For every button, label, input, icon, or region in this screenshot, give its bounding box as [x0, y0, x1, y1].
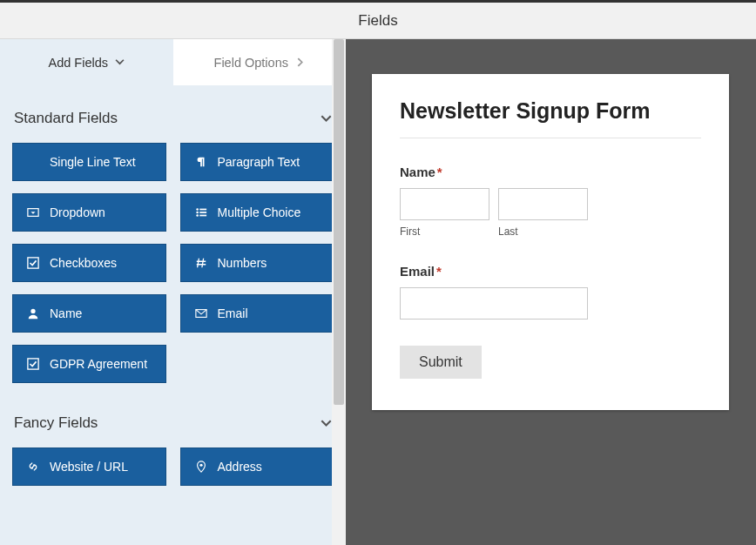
- field-gdpr-agreement[interactable]: GDPR Agreement: [12, 345, 166, 383]
- email-input[interactable]: [400, 287, 588, 320]
- field-checkboxes[interactable]: Checkboxes: [12, 244, 166, 282]
- svg-rect-4: [199, 209, 206, 211]
- last-name-input[interactable]: [498, 188, 588, 220]
- divider: [400, 138, 701, 138]
- field-row-email[interactable]: Email*: [400, 264, 701, 320]
- field-label: Multiple Choice: [218, 205, 301, 219]
- svg-point-3: [196, 214, 199, 217]
- workspace: Add Fields Field Options Standard Fields…: [0, 39, 756, 545]
- envelope-icon: [195, 307, 207, 320]
- chevron-right-icon: [295, 57, 305, 67]
- required-mark: *: [437, 165, 442, 179]
- chevron-down-icon: [321, 113, 332, 124]
- field-label: Dropdown: [50, 205, 105, 219]
- left-panel: Add Fields Field Options Standard Fields…: [0, 39, 346, 545]
- field-single-line-text[interactable]: Single Line Text: [12, 143, 166, 181]
- field-numbers[interactable]: Numbers: [180, 244, 334, 282]
- section-standard-title: Standard Fields: [14, 110, 118, 127]
- first-name-input[interactable]: [400, 188, 489, 220]
- dropdown-icon: [27, 206, 39, 219]
- field-row-name[interactable]: Name* First Last: [400, 165, 701, 238]
- field-label: Website / URL: [50, 460, 128, 474]
- window-title: Fields: [0, 3, 756, 39]
- field-label: Address: [218, 460, 262, 474]
- section-standard-header[interactable]: Standard Fields: [12, 85, 334, 143]
- section-fancy: Fancy Fields Website / URL Address: [0, 390, 346, 493]
- chevron-down-icon: [321, 418, 332, 429]
- hash-icon: [195, 257, 207, 269]
- name-label: Name*: [400, 165, 701, 179]
- user-icon: [27, 307, 39, 320]
- field-name[interactable]: Name: [12, 294, 166, 333]
- scrollbar-thumb[interactable]: [334, 39, 344, 405]
- name-label-text: Name: [400, 165, 435, 179]
- paragraph-icon: [195, 156, 207, 168]
- field-label: Checkboxes: [50, 256, 117, 270]
- tab-add-fields[interactable]: Add Fields: [0, 39, 173, 85]
- chevron-down-icon: [115, 57, 125, 67]
- first-sublabel: First: [400, 225, 489, 238]
- field-label: Single Line Text: [50, 155, 136, 169]
- section-fancy-header[interactable]: Fancy Fields: [12, 390, 334, 447]
- svg-rect-5: [199, 212, 206, 213]
- form-preview: Newsletter Signup Form Name* First Last: [372, 74, 729, 410]
- field-label: Paragraph Text: [218, 155, 300, 169]
- field-label: GDPR Agreement: [50, 357, 147, 371]
- field-address[interactable]: Address: [180, 447, 334, 486]
- field-dropdown[interactable]: Dropdown: [12, 193, 166, 232]
- tab-field-options-label: Field Options: [214, 56, 288, 70]
- field-label: Email: [218, 306, 248, 320]
- tab-field-options[interactable]: Field Options: [173, 39, 347, 85]
- svg-point-2: [196, 212, 199, 214]
- list-icon: [195, 206, 207, 219]
- checkbox-icon: [27, 358, 39, 370]
- form-title: Newsletter Signup Form: [400, 98, 701, 138]
- email-label-text: Email: [400, 264, 435, 279]
- field-multiple-choice[interactable]: Multiple Choice: [180, 193, 334, 232]
- field-paragraph-text[interactable]: Paragraph Text: [180, 143, 334, 181]
- map-pin-icon: [195, 461, 207, 473]
- submit-button[interactable]: Submit: [400, 346, 482, 379]
- required-mark: *: [436, 264, 442, 279]
- svg-point-8: [30, 309, 35, 313]
- scrollbar[interactable]: [332, 39, 346, 545]
- email-label: Email*: [400, 264, 701, 279]
- link-icon: [27, 461, 39, 473]
- svg-rect-7: [28, 258, 38, 268]
- svg-point-11: [199, 464, 202, 467]
- last-sublabel: Last: [498, 225, 588, 238]
- section-fancy-title: Fancy Fields: [14, 414, 98, 432]
- field-label: Numbers: [218, 256, 267, 270]
- text-cursor-icon: [27, 156, 39, 168]
- field-label: Name: [50, 306, 82, 320]
- section-standard: Standard Fields Single Line Text Paragra…: [0, 85, 346, 390]
- svg-rect-10: [28, 359, 38, 369]
- checkbox-icon: [27, 257, 39, 269]
- field-website-url[interactable]: Website / URL: [12, 447, 166, 486]
- tabs: Add Fields Field Options: [0, 39, 346, 85]
- preview-panel: Newsletter Signup Form Name* First Last: [346, 39, 756, 545]
- field-email[interactable]: Email: [180, 294, 334, 333]
- tab-add-fields-label: Add Fields: [48, 56, 108, 70]
- svg-rect-6: [199, 215, 206, 217]
- svg-point-1: [196, 208, 199, 211]
